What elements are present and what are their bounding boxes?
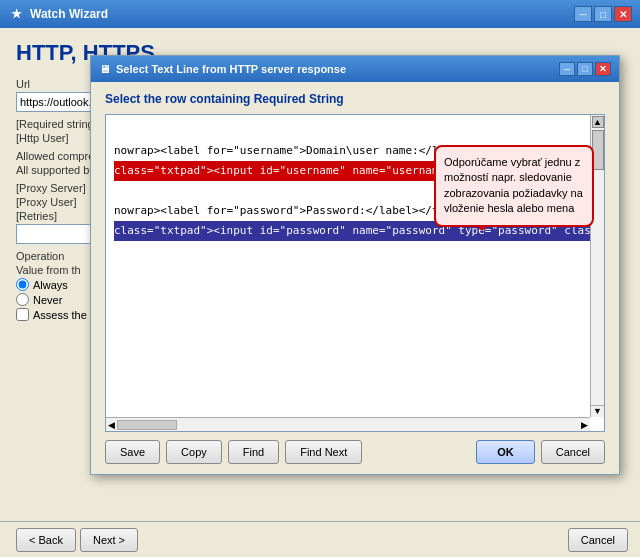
assess-label: Assess the st	[33, 309, 98, 321]
maximize-button[interactable]: □	[594, 6, 612, 22]
scroll-right[interactable]: ▶	[579, 420, 590, 430]
scroll-up[interactable]: ▲	[592, 116, 604, 128]
copy-button[interactable]: Copy	[166, 440, 222, 464]
text-row[interactable]	[114, 121, 596, 141]
never-radio[interactable]	[16, 293, 29, 306]
dialog-title: Select Text Line from HTTP server respon…	[116, 63, 346, 75]
dialog-title-bar: 🖥 Select Text Line from HTTP server resp…	[91, 56, 619, 82]
scrollbar-horizontal[interactable]: ◀ ▶	[106, 417, 590, 431]
main-cancel-button[interactable]: Cancel	[568, 528, 628, 552]
retries-input[interactable]	[16, 224, 96, 244]
dialog-icon: 🖥	[99, 63, 110, 75]
find-button[interactable]: Find	[228, 440, 279, 464]
title-bar: ★ Watch Wizard ─ □ ✕	[0, 0, 640, 28]
never-label: Never	[33, 294, 62, 306]
window-title: Watch Wizard	[30, 7, 108, 21]
back-button[interactable]: < Back	[16, 528, 76, 552]
dialog-controls: ─ □ ✕	[559, 62, 611, 76]
save-button[interactable]: Save	[105, 440, 160, 464]
tooltip-text: Odporúčame vybrať jednu z možností napr.…	[444, 156, 583, 214]
scroll-thumb-h[interactable]	[117, 420, 177, 430]
cancel-button[interactable]: Cancel	[541, 440, 605, 464]
app-icon: ★	[8, 6, 24, 22]
retries-label: [Retries]	[16, 210, 96, 222]
dialog-close-button[interactable]: ✕	[595, 62, 611, 76]
minimize-button[interactable]: ─	[574, 6, 592, 22]
scroll-down[interactable]: ▼	[591, 405, 604, 417]
close-button[interactable]: ✕	[614, 6, 632, 22]
find-next-button[interactable]: Find Next	[285, 440, 362, 464]
dialog-buttons: Save Copy Find Find Next OK Cancel	[105, 440, 605, 464]
dialog-body: Select the row containing Required Strin…	[91, 82, 619, 474]
assess-checkbox[interactable]	[16, 308, 29, 321]
ok-button[interactable]: OK	[476, 440, 535, 464]
window-controls: ─ □ ✕	[574, 6, 632, 22]
dialog-minimize-button[interactable]: ─	[559, 62, 575, 76]
text-area-container[interactable]: nowrap><label for="username">Domain\user…	[105, 114, 605, 432]
always-radio[interactable]	[16, 278, 29, 291]
bottom-bar-right: Cancel	[564, 528, 628, 552]
scroll-left[interactable]: ◀	[106, 420, 117, 430]
next-button[interactable]: Next >	[80, 528, 138, 552]
dialog: 🖥 Select Text Line from HTTP server resp…	[90, 55, 620, 475]
tooltip-bubble: Odporúčame vybrať jednu z možností napr.…	[434, 145, 594, 227]
bottom-bar: < Back Next > Cancel	[0, 521, 640, 557]
dialog-subtitle: Select the row containing Required Strin…	[105, 92, 605, 106]
always-label: Always	[33, 279, 68, 291]
dialog-maximize-button[interactable]: □	[577, 62, 593, 76]
